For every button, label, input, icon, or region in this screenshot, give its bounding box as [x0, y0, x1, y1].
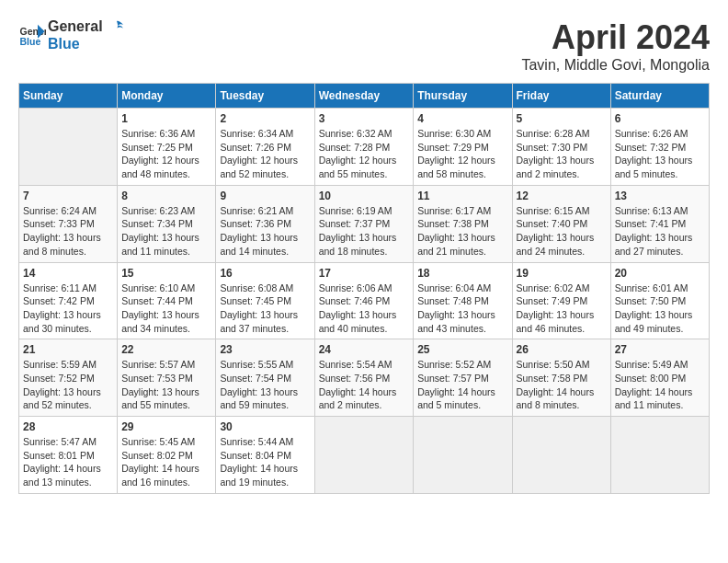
logo-general-text: General [48, 18, 103, 34]
svg-text:Blue: Blue [20, 36, 41, 47]
day-number: 1 [121, 112, 211, 125]
day-number: 11 [417, 190, 507, 202]
day-info: Sunrise: 6:17 AMSunset: 7:38 PMDaylight:… [417, 204, 507, 259]
day-cell: 6Sunrise: 6:26 AMSunset: 7:32 PMDaylight… [610, 109, 709, 186]
weekday-header-sunday: Sunday [19, 84, 118, 109]
day-info: Sunrise: 6:26 AMSunset: 7:32 PMDaylight:… [615, 127, 705, 181]
day-cell: 30Sunrise: 5:44 AMSunset: 8:04 PMDayligh… [216, 417, 314, 494]
day-number: 3 [319, 112, 410, 125]
day-cell: 28Sunrise: 5:47 AMSunset: 8:01 PMDayligh… [19, 417, 118, 494]
day-info: Sunrise: 6:06 AMSunset: 7:46 PMDaylight:… [319, 282, 410, 336]
day-cell: 27Sunrise: 5:49 AMSunset: 8:00 PMDayligh… [610, 339, 709, 417]
day-cell: 17Sunrise: 6:06 AMSunset: 7:46 PMDayligh… [314, 262, 414, 339]
day-info: Sunrise: 6:32 AMSunset: 7:28 PMDaylight:… [319, 127, 410, 181]
day-cell: 1Sunrise: 6:36 AMSunset: 7:25 PMDaylight… [118, 109, 216, 186]
day-cell: 25Sunrise: 5:52 AMSunset: 7:57 PMDayligh… [414, 339, 512, 417]
day-number: 8 [121, 190, 211, 202]
day-number: 21 [23, 343, 113, 356]
day-cell: 19Sunrise: 6:02 AMSunset: 7:49 PMDayligh… [512, 262, 610, 339]
day-cell: 26Sunrise: 5:50 AMSunset: 7:58 PMDayligh… [512, 339, 610, 417]
day-info: Sunrise: 6:28 AMSunset: 7:30 PMDaylight:… [517, 127, 607, 181]
day-cell: 3Sunrise: 6:32 AMSunset: 7:28 PMDaylight… [314, 109, 414, 186]
day-cell: 4Sunrise: 6:30 AMSunset: 7:29 PMDaylight… [414, 109, 512, 186]
week-row-1: 1Sunrise: 6:36 AMSunset: 7:25 PMDaylight… [19, 109, 710, 186]
day-info: Sunrise: 6:30 AMSunset: 7:29 PMDaylight:… [417, 127, 507, 181]
day-number: 20 [615, 267, 705, 280]
day-number: 14 [23, 267, 113, 280]
day-cell [19, 109, 118, 186]
day-number: 22 [121, 343, 211, 356]
day-cell: 7Sunrise: 6:24 AMSunset: 7:33 PMDaylight… [19, 185, 118, 262]
day-info: Sunrise: 5:57 AMSunset: 7:53 PMDaylight:… [121, 358, 211, 412]
weekday-header-wednesday: Wednesday [314, 84, 414, 109]
day-info: Sunrise: 6:02 AMSunset: 7:49 PMDaylight:… [517, 282, 607, 336]
weekday-header-monday: Monday [118, 84, 216, 109]
day-info: Sunrise: 6:10 AMSunset: 7:44 PMDaylight:… [121, 282, 211, 336]
day-info: Sunrise: 5:50 AMSunset: 7:58 PMDaylight:… [517, 358, 607, 412]
day-info: Sunrise: 5:47 AMSunset: 8:01 PMDaylight:… [23, 435, 113, 489]
day-info: Sunrise: 6:11 AMSunset: 7:42 PMDaylight:… [23, 282, 113, 336]
day-cell: 8Sunrise: 6:23 AMSunset: 7:34 PMDaylight… [118, 185, 216, 262]
day-number: 25 [417, 343, 507, 356]
day-info: Sunrise: 6:01 AMSunset: 7:50 PMDaylight:… [615, 282, 705, 336]
day-cell [314, 417, 414, 494]
week-row-2: 7Sunrise: 6:24 AMSunset: 7:33 PMDaylight… [19, 185, 710, 262]
day-cell [610, 417, 709, 494]
day-number: 5 [517, 112, 607, 125]
day-number: 26 [517, 343, 607, 356]
day-info: Sunrise: 5:59 AMSunset: 7:52 PMDaylight:… [23, 358, 113, 412]
day-number: 12 [517, 190, 607, 202]
logo-blue-text: Blue [48, 36, 127, 52]
day-info: Sunrise: 5:52 AMSunset: 7:57 PMDaylight:… [417, 358, 507, 412]
day-cell: 24Sunrise: 5:54 AMSunset: 7:56 PMDayligh… [314, 339, 414, 417]
day-number: 2 [220, 112, 310, 125]
week-row-5: 28Sunrise: 5:47 AMSunset: 8:01 PMDayligh… [19, 417, 710, 494]
day-number: 13 [615, 190, 705, 202]
day-cell: 18Sunrise: 6:04 AMSunset: 7:48 PMDayligh… [414, 262, 512, 339]
weekday-header-row: SundayMondayTuesdayWednesdayThursdayFrid… [19, 84, 710, 109]
day-info: Sunrise: 6:19 AMSunset: 7:37 PMDaylight:… [319, 204, 410, 259]
day-info: Sunrise: 5:54 AMSunset: 7:56 PMDaylight:… [319, 358, 410, 412]
day-cell: 9Sunrise: 6:21 AMSunset: 7:36 PMDaylight… [216, 185, 314, 262]
day-number: 16 [220, 267, 310, 280]
day-info: Sunrise: 5:44 AMSunset: 8:04 PMDaylight:… [220, 435, 310, 489]
day-number: 17 [319, 267, 410, 280]
day-number: 15 [121, 267, 211, 280]
day-cell: 23Sunrise: 5:55 AMSunset: 7:54 PMDayligh… [216, 339, 314, 417]
weekday-header-tuesday: Tuesday [216, 84, 314, 109]
day-cell [414, 417, 512, 494]
day-info: Sunrise: 6:15 AMSunset: 7:40 PMDaylight:… [517, 204, 607, 259]
day-info: Sunrise: 6:04 AMSunset: 7:48 PMDaylight:… [417, 282, 507, 336]
day-info: Sunrise: 6:21 AMSunset: 7:36 PMDaylight:… [220, 204, 310, 259]
week-row-4: 21Sunrise: 5:59 AMSunset: 7:52 PMDayligh… [19, 339, 710, 417]
day-cell [512, 417, 610, 494]
day-number: 28 [23, 420, 113, 433]
month-title: April 2024 [521, 18, 710, 57]
day-number: 30 [220, 420, 310, 433]
day-number: 7 [23, 190, 113, 202]
calendar-table: SundayMondayTuesdayWednesdayThursdayFrid… [18, 83, 710, 494]
day-cell: 10Sunrise: 6:19 AMSunset: 7:37 PMDayligh… [314, 185, 414, 262]
day-cell: 14Sunrise: 6:11 AMSunset: 7:42 PMDayligh… [19, 262, 118, 339]
logo: General Blue General Blue [18, 18, 127, 52]
day-cell: 15Sunrise: 6:10 AMSunset: 7:44 PMDayligh… [118, 262, 216, 339]
logo-icon: General Blue [18, 21, 46, 49]
day-cell: 13Sunrise: 6:13 AMSunset: 7:41 PMDayligh… [610, 185, 709, 262]
day-cell: 12Sunrise: 6:15 AMSunset: 7:40 PMDayligh… [512, 185, 610, 262]
title-area: April 2024 Tavin, Middle Govi, Mongolia [521, 18, 710, 74]
day-info: Sunrise: 6:13 AMSunset: 7:41 PMDaylight:… [615, 204, 705, 259]
weekday-header-saturday: Saturday [610, 84, 709, 109]
day-cell: 20Sunrise: 6:01 AMSunset: 7:50 PMDayligh… [610, 262, 709, 339]
day-number: 29 [121, 420, 211, 433]
day-number: 27 [615, 343, 705, 356]
day-number: 10 [319, 190, 410, 202]
day-cell: 21Sunrise: 5:59 AMSunset: 7:52 PMDayligh… [19, 339, 118, 417]
logo-bird-icon [108, 19, 125, 36]
day-cell: 22Sunrise: 5:57 AMSunset: 7:53 PMDayligh… [118, 339, 216, 417]
day-info: Sunrise: 6:36 AMSunset: 7:25 PMDaylight:… [121, 127, 211, 181]
day-info: Sunrise: 6:24 AMSunset: 7:33 PMDaylight:… [23, 204, 113, 259]
day-cell: 5Sunrise: 6:28 AMSunset: 7:30 PMDaylight… [512, 109, 610, 186]
day-number: 23 [220, 343, 310, 356]
weekday-header-friday: Friday [512, 84, 610, 109]
day-info: Sunrise: 6:34 AMSunset: 7:26 PMDaylight:… [220, 127, 310, 181]
